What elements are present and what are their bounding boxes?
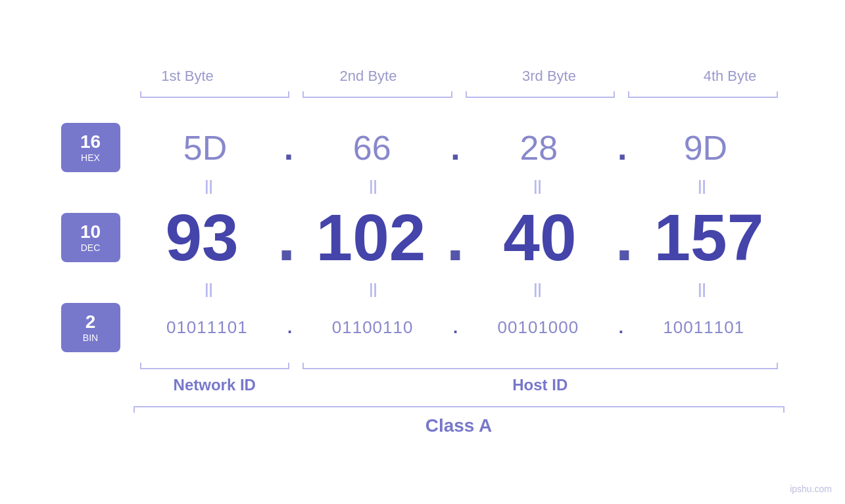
class-bracket bbox=[133, 406, 785, 407]
bin-dot-1: . bbox=[287, 317, 292, 338]
top-bracket-3 bbox=[459, 90, 622, 103]
bin-dot-3: . bbox=[619, 317, 623, 338]
hex-dot-3: . bbox=[617, 128, 627, 168]
net-bracket-line bbox=[140, 368, 290, 369]
hex-byte-4: 9D bbox=[627, 128, 784, 168]
bracket-line-4 bbox=[628, 97, 778, 98]
host-bracket-right bbox=[777, 363, 778, 369]
bin-byte-3: 00101000 bbox=[458, 317, 619, 338]
id-labels: Network ID Host ID bbox=[133, 376, 785, 394]
dec-badge-num: 10 bbox=[80, 222, 101, 242]
top-bracket-2 bbox=[296, 90, 459, 103]
class-bracket-right bbox=[783, 406, 785, 413]
dec-badge-label: DEC bbox=[81, 242, 101, 253]
watermark: ipshu.com bbox=[790, 484, 832, 494]
dec-byte-4: 157 bbox=[633, 200, 784, 275]
class-a-label: Class A bbox=[133, 415, 785, 436]
bracket-line-1 bbox=[140, 97, 290, 98]
bin-byte-4: 10011101 bbox=[623, 317, 785, 338]
dec-values: 93 . 102 . 40 . 157 bbox=[127, 200, 785, 275]
bracket-line-2 bbox=[302, 97, 452, 98]
bin-byte-2: 01100110 bbox=[292, 317, 453, 338]
bin-values: 01011101 . 01100110 . 00101000 . 1001110… bbox=[127, 317, 785, 338]
hex-dot-1: . bbox=[284, 128, 293, 168]
bin-dot-2: . bbox=[453, 317, 458, 338]
top-bracket-4 bbox=[621, 90, 785, 103]
bracket-right-1 bbox=[288, 91, 289, 98]
host-id-label: Host ID bbox=[296, 376, 785, 394]
dec-badge: 10 DEC bbox=[61, 213, 120, 262]
byte-label-4: 4th Byte bbox=[640, 68, 821, 85]
hex-byte-3: 28 bbox=[460, 128, 617, 168]
bin-byte-1: 01011101 bbox=[127, 317, 288, 338]
network-bracket bbox=[133, 356, 297, 369]
equals-3: || bbox=[456, 177, 620, 195]
hex-badge: 16 HEX bbox=[61, 123, 120, 172]
network-id-label: Network ID bbox=[133, 376, 297, 394]
hex-row: 16 HEX 5D . 66 . 28 . 9D bbox=[61, 123, 785, 172]
bracket-line-3 bbox=[466, 97, 616, 98]
equals-8: || bbox=[620, 281, 785, 298]
dec-dot-1: . bbox=[278, 200, 296, 275]
hex-dot-2: . bbox=[450, 128, 460, 168]
equals-2: || bbox=[291, 177, 456, 195]
hex-badge-label: HEX bbox=[81, 152, 100, 163]
hex-byte-2: 66 bbox=[293, 128, 450, 168]
top-bracket-1 bbox=[133, 90, 297, 103]
bin-badge-num: 2 bbox=[85, 312, 96, 332]
top-brackets bbox=[133, 90, 785, 103]
hex-byte-1: 5D bbox=[127, 128, 284, 168]
main-container: 1st Byte 2nd Byte 3rd Byte 4th Byte bbox=[61, 68, 785, 436]
bottom-brackets bbox=[133, 356, 785, 369]
equals-row-2: || || || || bbox=[127, 275, 785, 303]
dec-byte-3: 40 bbox=[464, 200, 615, 275]
byte-labels-row: 1st Byte 2nd Byte 3rd Byte 4th Byte bbox=[97, 68, 821, 85]
dec-dot-2: . bbox=[447, 200, 465, 275]
dec-byte-2: 102 bbox=[295, 200, 446, 275]
dec-byte-1: 93 bbox=[127, 200, 278, 275]
class-bracket-line bbox=[133, 406, 785, 407]
host-bracket-line bbox=[302, 368, 778, 369]
bracket-right-2 bbox=[451, 91, 452, 98]
equals-1: || bbox=[127, 177, 291, 195]
bin-row: 2 BIN 01011101 . 01100110 . 00101000 . 1… bbox=[61, 303, 785, 352]
bracket-right-3 bbox=[614, 91, 615, 98]
dec-row: 10 DEC 93 . 102 . 40 . 157 bbox=[61, 200, 785, 275]
byte-label-3: 3rd Byte bbox=[459, 68, 640, 85]
dec-dot-3: . bbox=[616, 200, 634, 275]
equals-row-1: || || || || bbox=[127, 172, 785, 200]
equals-6: || bbox=[291, 281, 456, 298]
hex-badge-num: 16 bbox=[80, 132, 101, 152]
byte-label-2: 2nd Byte bbox=[278, 68, 459, 85]
bin-badge-label: BIN bbox=[83, 332, 98, 343]
equals-4: || bbox=[620, 177, 785, 195]
bracket-right-4 bbox=[777, 91, 778, 98]
host-bracket bbox=[296, 356, 785, 369]
equals-7: || bbox=[456, 281, 620, 298]
class-bracket-left bbox=[133, 406, 135, 413]
bin-badge: 2 BIN bbox=[61, 303, 120, 352]
equals-5: || bbox=[127, 281, 291, 298]
net-bracket-right bbox=[288, 363, 289, 369]
hex-values: 5D . 66 . 28 . 9D bbox=[127, 128, 785, 168]
byte-label-1: 1st Byte bbox=[97, 68, 278, 85]
